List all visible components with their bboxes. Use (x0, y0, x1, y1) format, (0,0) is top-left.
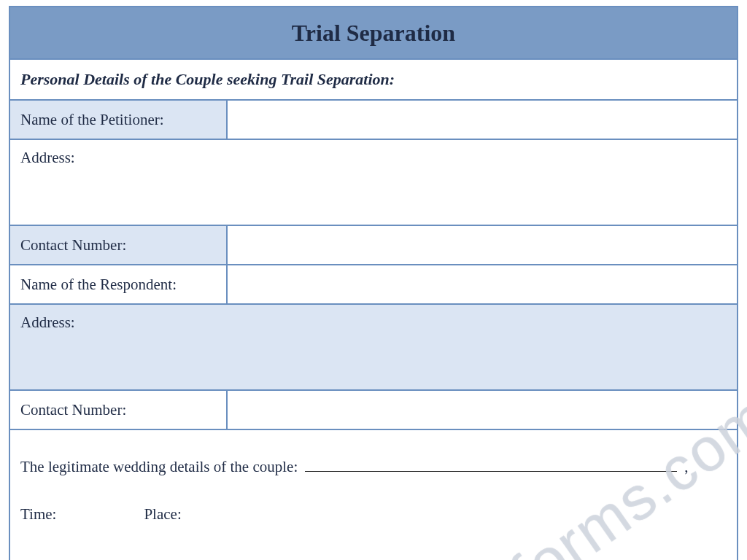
respondent-contact-row: Contact Number: (10, 389, 737, 429)
petitioner-name-row: Name of the Petitioner: (10, 99, 737, 139)
wedding-line-input[interactable] (305, 455, 677, 472)
petitioner-address-row[interactable]: Address: (10, 139, 737, 225)
respondent-name-label: Name of the Respondent: (10, 265, 228, 303)
form-title-row: Trial Separation (10, 6, 737, 58)
wedding-intro-text: The legitimate wedding details of the co… (20, 458, 298, 476)
wedding-time-label: Time: (20, 505, 56, 524)
respondent-name-input[interactable] (228, 265, 737, 303)
section-heading-row: Personal Details of the Couple seeking T… (10, 58, 737, 99)
respondent-name-row: Name of the Respondent: (10, 264, 737, 303)
wedding-details-row: The legitimate wedding details of the co… (10, 429, 737, 560)
petitioner-name-input[interactable] (228, 101, 737, 139)
trial-separation-form: Trial Separation Personal Details of the… (9, 6, 738, 560)
wedding-time-place-line: Time: Place: (20, 505, 727, 524)
petitioner-name-label: Name of the Petitioner: (10, 101, 228, 139)
petitioner-contact-label: Contact Number: (10, 226, 228, 264)
respondent-contact-label: Contact Number: (10, 391, 228, 429)
page-root: Trial Separation Personal Details of the… (0, 0, 747, 560)
section-heading: Personal Details of the Couple seeking T… (20, 70, 395, 89)
respondent-address-label: Address: (20, 314, 75, 332)
wedding-intro-line: The legitimate wedding details of the co… (20, 455, 727, 476)
form-title: Trial Separation (292, 20, 455, 47)
petitioner-contact-row: Contact Number: (10, 225, 737, 264)
petitioner-address-label: Address: (20, 149, 75, 167)
wedding-trailing-punct: , (684, 458, 688, 476)
respondent-address-row[interactable]: Address: (10, 303, 737, 389)
wedding-place-label: Place: (144, 505, 181, 524)
petitioner-contact-input[interactable] (228, 226, 737, 264)
respondent-contact-input[interactable] (228, 391, 737, 429)
